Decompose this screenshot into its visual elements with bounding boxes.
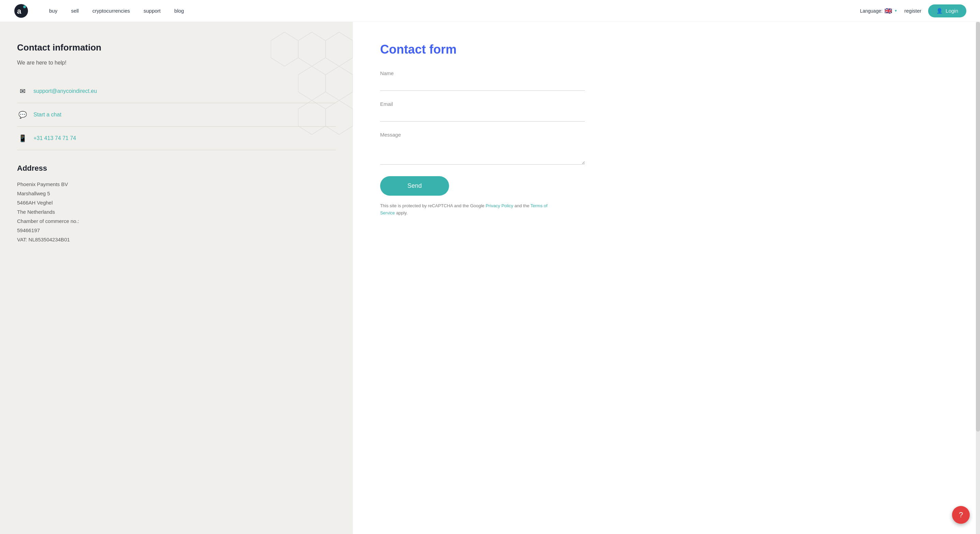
svg-text:a: a xyxy=(17,7,22,15)
recaptcha-notice: This site is protected by reCAPTCHA and … xyxy=(380,202,551,217)
logo[interactable]: a xyxy=(14,3,29,18)
sidebar: Contact information We are here to help!… xyxy=(0,22,353,534)
scrollbar-track[interactable] xyxy=(976,22,980,534)
question-icon: ? xyxy=(959,510,963,519)
nav-buy[interactable]: buy xyxy=(49,8,57,14)
phone-icon: 📱 xyxy=(17,133,28,144)
and-the-text: and the xyxy=(515,203,531,208)
contact-email-item[interactable]: ✉ support@anycoindirect.eu xyxy=(17,80,336,103)
chevron-down-icon: ▼ xyxy=(894,9,897,13)
nav-support[interactable]: support xyxy=(144,8,161,14)
privacy-policy-link[interactable]: Privacy Policy xyxy=(485,203,513,208)
phone-link: +31 413 74 71 74 xyxy=(33,135,76,141)
login-button[interactable]: 👤 Login xyxy=(928,5,966,18)
address-line-7: VAT: NL853504234B01 xyxy=(17,237,70,242)
name-label: Name xyxy=(380,70,585,76)
register-link[interactable]: register xyxy=(904,8,921,14)
address-line-6: 59466197 xyxy=(17,227,40,233)
address-line-2: Marshallweg 5 xyxy=(17,191,50,196)
language-selector[interactable]: Language: 🇬🇧 ▼ xyxy=(860,7,897,15)
chat-link: Start a chat xyxy=(33,112,61,118)
apply-text: apply. xyxy=(396,210,408,215)
login-label: Login xyxy=(945,8,958,14)
nav-cryptocurrencies[interactable]: cryptocurrencies xyxy=(92,8,130,14)
address-title: Address xyxy=(17,164,336,173)
nav-sell[interactable]: sell xyxy=(71,8,79,14)
navbar-right: Language: 🇬🇧 ▼ register 👤 Login xyxy=(860,5,966,18)
email-link: support@anycoindirect.eu xyxy=(33,88,97,94)
recaptcha-text: This site is protected by reCAPTCHA and … xyxy=(380,203,485,208)
sidebar-title: Contact information xyxy=(17,42,336,53)
navbar: a buy sell cryptocurrencies support blog… xyxy=(0,0,980,22)
form-area: Contact form Name Email Message Send Thi… xyxy=(353,22,980,534)
envelope-icon: ✉ xyxy=(17,86,28,97)
chat-icon: 💬 xyxy=(17,109,28,120)
message-group: Message xyxy=(380,132,585,166)
scrollbar-thumb[interactable] xyxy=(976,22,980,432)
form-title: Contact form xyxy=(380,42,953,57)
message-input[interactable] xyxy=(380,140,585,164)
send-button[interactable]: Send xyxy=(380,176,449,196)
svg-point-2 xyxy=(23,5,26,8)
nav-blog[interactable]: blog xyxy=(174,8,184,14)
language-flag: 🇬🇧 xyxy=(885,7,892,15)
contact-chat-item[interactable]: 💬 Start a chat xyxy=(17,103,336,127)
address-line-3: 5466AH Veghel xyxy=(17,200,52,206)
nav-links: buy sell cryptocurrencies support blog xyxy=(49,8,860,14)
contact-items: ✉ support@anycoindirect.eu 💬 Start a cha… xyxy=(17,80,336,150)
contact-phone-item[interactable]: 📱 +31 413 74 71 74 xyxy=(17,127,336,150)
name-group: Name xyxy=(380,70,585,91)
chat-bubble[interactable]: ? xyxy=(952,506,970,524)
name-input[interactable] xyxy=(380,79,585,91)
language-label: Language: xyxy=(860,8,882,14)
address-line-5: Chamber of commerce no.: xyxy=(17,218,79,224)
contact-form: Name Email Message Send This site is pro… xyxy=(380,70,585,217)
email-input[interactable] xyxy=(380,110,585,121)
page-content: Contact information We are here to help!… xyxy=(0,22,980,534)
address-text: Phoenix Payments BV Marshallweg 5 5466AH… xyxy=(17,180,336,244)
address-line-4: The Netherlands xyxy=(17,209,55,215)
email-group: Email xyxy=(380,101,585,121)
message-label: Message xyxy=(380,132,585,138)
address-line-1: Phoenix Payments BV xyxy=(17,181,68,187)
user-icon: 👤 xyxy=(936,8,943,14)
sidebar-tagline: We are here to help! xyxy=(17,60,336,66)
address-section: Address Phoenix Payments BV Marshallweg … xyxy=(17,164,336,244)
email-label: Email xyxy=(380,101,585,107)
